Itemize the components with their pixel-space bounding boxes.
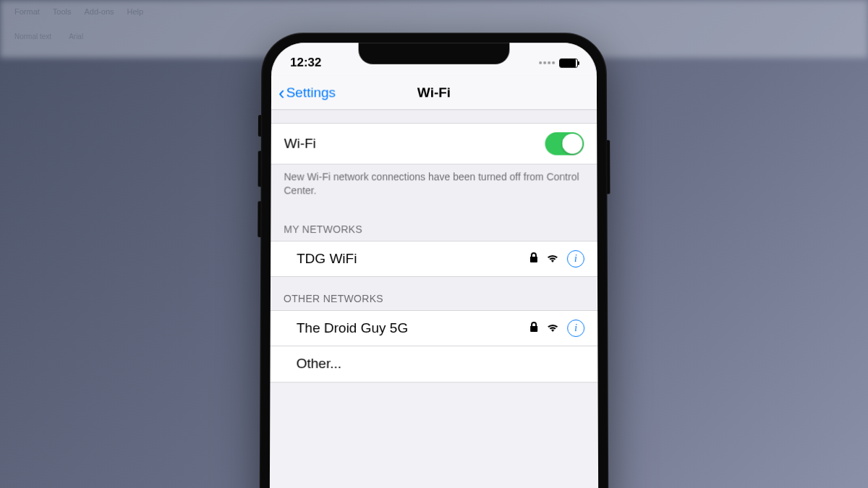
phone-side-button-right (607, 140, 610, 194)
phone-screen: 12:32 ‹ Settings Wi-Fi Wi-Fi (270, 43, 599, 488)
back-button[interactable]: ‹ Settings (278, 83, 336, 102)
background-docs-menu: Format Tools Add-ons Help (14, 7, 143, 16)
wifi-toggle-row: Wi-Fi (271, 123, 597, 165)
battery-icon (559, 58, 578, 67)
wifi-toggle-label: Wi-Fi (284, 135, 316, 151)
toggle-knob (562, 133, 582, 153)
network-row-tdg-wifi[interactable]: TDG WiFi i (271, 240, 597, 276)
network-row-other[interactable]: Other... (270, 346, 597, 382)
nav-title: Wi-Fi (417, 85, 451, 100)
content: Wi-Fi New Wi-Fi network connections have… (270, 110, 597, 382)
wifi-toggle-footer: New Wi-Fi network connections have been … (271, 164, 597, 207)
phone-side-buttons-left (258, 115, 261, 252)
lock-icon (529, 322, 538, 334)
chevron-left-icon: ‹ (278, 83, 285, 102)
network-icons: i (529, 249, 584, 267)
section-header-other-networks: OTHER NETWORKS (271, 276, 597, 309)
info-icon[interactable]: i (567, 249, 584, 267)
info-icon[interactable]: i (567, 319, 584, 336)
status-right (539, 58, 578, 67)
signal-icon (539, 61, 555, 64)
wifi-toggle[interactable] (545, 132, 584, 155)
wifi-icon (547, 322, 558, 333)
back-label: Settings (286, 85, 336, 100)
phone-frame: 12:32 ‹ Settings Wi-Fi Wi-Fi (260, 33, 609, 488)
phone-notch (359, 43, 510, 64)
network-row-droid-guy[interactable]: The Droid Guy 5G i (271, 309, 598, 346)
other-label: Other... (297, 356, 341, 372)
section-header-my-networks: MY NETWORKS (271, 207, 597, 241)
nav-bar: ‹ Settings Wi-Fi (271, 75, 597, 110)
status-time: 12:32 (290, 55, 321, 69)
network-name: TDG WiFi (297, 250, 357, 266)
network-icons: i (529, 319, 584, 336)
network-name: The Droid Guy 5G (297, 320, 408, 335)
wifi-icon (547, 252, 558, 264)
background-docs-toolbar: Normal text Arial (14, 33, 83, 40)
lock-icon (529, 252, 538, 265)
